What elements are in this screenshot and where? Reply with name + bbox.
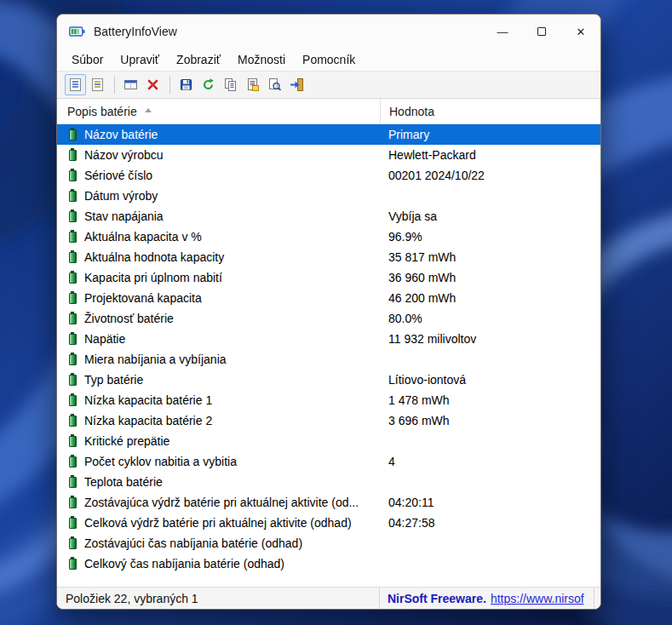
report-view-icon[interactable] xyxy=(65,74,86,95)
row-label: Zostávajúca výdrž batérie pri aktuálnej … xyxy=(84,496,359,509)
list-row[interactable]: Sériové číslo 00201 2024/10/22 xyxy=(57,165,600,186)
row-value: Hewlett-Packard xyxy=(388,148,476,162)
list-row[interactable]: Miera nabíjania a vybíjania xyxy=(57,349,600,370)
row-value-cell: 46 200 mWh xyxy=(380,291,600,305)
list-row[interactable]: Stav napájania Vybíja sa xyxy=(57,206,600,226)
row-description-cell: Celkový čas nabíjania batérie (odhad) xyxy=(57,557,380,571)
menu-item-label: Možnosti xyxy=(238,53,285,66)
row-description-cell: Aktuálna hodnota kapacity xyxy=(57,250,380,264)
column-header-value[interactable]: Hodnota xyxy=(380,99,600,123)
battery-icon xyxy=(69,436,77,447)
choose-columns-icon[interactable] xyxy=(120,74,141,95)
list-row[interactable]: Zostávajúci čas nabíjania batérie (odhad… xyxy=(57,533,600,553)
list-row[interactable]: Dátum výroby xyxy=(57,186,600,206)
row-label: Celková výdrž batérie pri aktuálnej akti… xyxy=(84,516,352,530)
row-label: Názov batérie xyxy=(84,128,158,141)
row-value-cell: 04:20:11 xyxy=(380,496,600,509)
row-description-cell: Kritické prepätie xyxy=(57,434,380,448)
list-row[interactable]: Aktuálna kapacita v % 96.9% xyxy=(57,226,600,247)
menu-item-label: Upraviť xyxy=(120,53,159,66)
list-row[interactable]: Počet cyklov nabitia a vybitia 4 xyxy=(57,451,600,472)
list-row[interactable]: Celkový čas nabíjania batérie (odhad) xyxy=(57,553,600,574)
close-icon: ✕ xyxy=(577,26,586,38)
statusbar: Položiek 22, vybraných 1 NirSoft Freewar… xyxy=(57,587,600,609)
close-button[interactable]: ✕ xyxy=(561,14,600,49)
battery-icon xyxy=(69,272,77,284)
row-value-cell: 96.9% xyxy=(380,230,600,244)
find-icon[interactable] xyxy=(264,74,285,95)
row-label: Nízka kapacita batérie 2 xyxy=(84,414,212,427)
row-value: 11 932 milivoltov xyxy=(388,332,476,346)
row-label: Dátum výroby xyxy=(84,189,158,203)
minimize-button[interactable]: — xyxy=(483,14,522,49)
exit-icon[interactable] xyxy=(286,74,307,95)
menu-item-label: Súbor xyxy=(72,53,103,66)
battery-icon xyxy=(69,191,77,202)
list-row[interactable]: Aktuálna hodnota kapacity 35 817 mWh xyxy=(57,247,600,267)
row-value-cell: 04:27:58 xyxy=(380,516,600,530)
list-row[interactable]: Kapacita pri úplnom nabití 36 960 mWh xyxy=(57,267,600,288)
list-row[interactable]: Celková výdrž batérie pri aktuálnej akti… xyxy=(57,513,600,533)
minimize-icon: — xyxy=(497,26,508,38)
list-row[interactable]: Teplota batérie xyxy=(57,472,600,492)
delete-icon[interactable] xyxy=(142,74,164,95)
nirsoft-link[interactable]: https://www.nirsof xyxy=(491,592,584,605)
row-value: 04:20:11 xyxy=(388,496,434,509)
battery-icon xyxy=(69,129,77,140)
titlebar[interactable]: BatteryInfoView — ✕ xyxy=(57,14,600,49)
properties-icon[interactable] xyxy=(242,74,263,95)
menu-item-0[interactable]: Súbor xyxy=(63,49,112,71)
battery-icon xyxy=(69,395,77,406)
save-icon[interactable] xyxy=(175,74,197,95)
row-label: Miera nabíjania a vybíjania xyxy=(84,353,227,366)
list-row[interactable]: Projektovaná kapacita 46 200 mWh xyxy=(57,288,600,308)
menu-item-1[interactable]: Upraviť xyxy=(112,49,168,71)
battery-icon xyxy=(69,456,77,467)
batteryinfoview-window: BatteryInfoView — ✕ SúborUpraviťZobraziť… xyxy=(56,14,601,610)
menu-item-label: Pomocník xyxy=(302,53,355,66)
row-description-cell: Životnosť batérie xyxy=(57,312,380,325)
row-value: 00201 2024/10/22 xyxy=(388,169,485,182)
menu-item-3[interactable]: Možnosti xyxy=(229,49,294,71)
column-header-description[interactable]: Popis batérie xyxy=(57,99,380,123)
row-value-cell: 36 960 mWh xyxy=(380,271,600,284)
log-view-icon[interactable] xyxy=(87,74,108,95)
list-body: Názov batérie Primary Názov výrobcu Hewl… xyxy=(57,124,600,587)
battery-icon xyxy=(69,497,77,508)
maximize-button[interactable] xyxy=(522,14,561,49)
list-row[interactable]: Nízka kapacita batérie 2 3 696 mWh xyxy=(57,410,600,431)
row-value-cell: 4 xyxy=(380,455,600,468)
menu-item-2[interactable]: Zobraziť xyxy=(168,49,229,71)
list-row[interactable]: Názov výrobcu Hewlett-Packard xyxy=(57,145,600,165)
menu-item-4[interactable]: Pomocník xyxy=(294,49,364,71)
list-row[interactable]: Nízka kapacita batérie 1 1 478 mWh xyxy=(57,390,600,410)
row-description-cell: Názov batérie xyxy=(57,128,380,141)
row-label: Počet cyklov nabitia a vybitia xyxy=(84,455,237,468)
list-row[interactable]: Kritické prepätie xyxy=(57,431,600,451)
row-description-cell: Nízka kapacita batérie 2 xyxy=(57,414,380,427)
battery-icon xyxy=(69,518,77,529)
row-label: Celkový čas nabíjania batérie (odhad) xyxy=(84,557,284,571)
row-label: Stav napájania xyxy=(84,209,164,223)
row-value: 3 696 mWh xyxy=(388,414,450,427)
copy-icon[interactable] xyxy=(220,74,241,95)
list-row[interactable]: Životnosť batérie 80.0% xyxy=(57,308,600,329)
row-value: 35 817 mWh xyxy=(388,250,456,264)
list-row[interactable]: Napätie 11 932 milivoltov xyxy=(57,329,600,349)
row-description-cell: Kapacita pri úplnom nabití xyxy=(57,271,380,284)
battery-icon xyxy=(69,293,77,304)
battery-icon xyxy=(69,150,77,161)
row-value: 46 200 mWh xyxy=(388,291,456,305)
list-row[interactable]: Názov batérie Primary xyxy=(57,124,600,145)
refresh-icon[interactable] xyxy=(198,74,219,95)
row-description-cell: Aktuálna kapacita v % xyxy=(57,230,380,244)
row-description-cell: Napätie xyxy=(57,332,380,346)
list-header: Popis batérie Hodnota xyxy=(57,99,600,124)
row-description-cell: Nízka kapacita batérie 1 xyxy=(57,393,380,407)
list-row[interactable]: Zostávajúca výdrž batérie pri aktuálnej … xyxy=(57,492,600,513)
status-items-text: Položiek 22, vybraných 1 xyxy=(66,592,198,605)
status-items-count: Položiek 22, vybraných 1 xyxy=(57,588,380,609)
row-description-cell: Celková výdrž batérie pri aktuálnej akti… xyxy=(57,516,380,530)
list-row[interactable]: Typ batérie Lítiovo-iontová xyxy=(57,370,600,390)
toolbar xyxy=(57,71,600,99)
